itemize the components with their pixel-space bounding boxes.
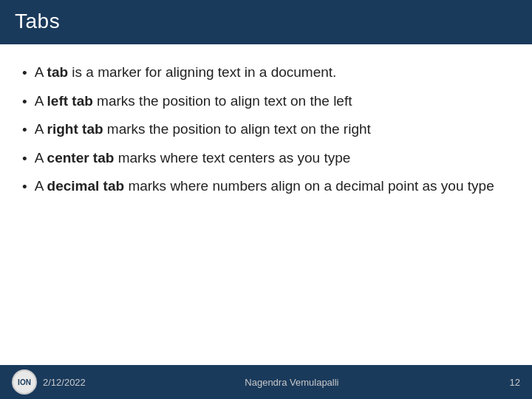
bullet-text-3: A right tab marks the position to align …	[35, 119, 510, 140]
bold-term: right tab	[47, 121, 103, 137]
slide-content: • A tab is a marker for aligning text in…	[0, 44, 532, 365]
footer-logo: ION	[12, 369, 37, 395]
bullet-list: • A tab is a marker for aligning text in…	[22, 62, 510, 205]
bullet-marker: •	[22, 92, 27, 112]
bullet-marker: •	[22, 120, 27, 140]
list-item: • A center tab marks where text centers …	[22, 148, 510, 169]
bullet-text-1: A tab is a marker for aligning text in a…	[35, 62, 510, 83]
slide-footer: ION 2/12/2022 Nagendra Vemulapalli 12	[0, 365, 532, 399]
bullet-marker: •	[22, 149, 27, 169]
slide: Tabs • A tab is a marker for aligning te…	[0, 0, 532, 399]
bullet-marker: •	[22, 177, 27, 197]
logo-text: ION	[18, 378, 31, 386]
list-item: • A right tab marks the position to alig…	[22, 119, 510, 140]
list-item: • A left tab marks the position to align…	[22, 91, 510, 112]
footer-left: ION 2/12/2022	[12, 369, 86, 395]
slide-title: Tabs	[15, 10, 60, 33]
bullet-marker: •	[22, 63, 27, 83]
list-item: • A tab is a marker for aligning text in…	[22, 62, 510, 83]
list-item: • A decimal tab marks where numbers alig…	[22, 176, 510, 197]
bullet-text-2: A left tab marks the position to align t…	[35, 91, 510, 112]
bold-term: center tab	[47, 150, 115, 166]
footer-author: Nagendra Vemulapalli	[86, 377, 498, 388]
bold-term: tab	[47, 64, 69, 80]
slide-header: Tabs	[0, 0, 532, 44]
footer-page-number: 12	[498, 377, 520, 388]
bullet-text-4: A center tab marks where text centers as…	[35, 148, 510, 168]
bullet-text-5: A decimal tab marks where numbers align …	[35, 176, 510, 197]
footer-date: 2/12/2022	[43, 377, 86, 388]
bold-term: decimal tab	[47, 178, 125, 194]
bold-term: left tab	[47, 93, 93, 109]
